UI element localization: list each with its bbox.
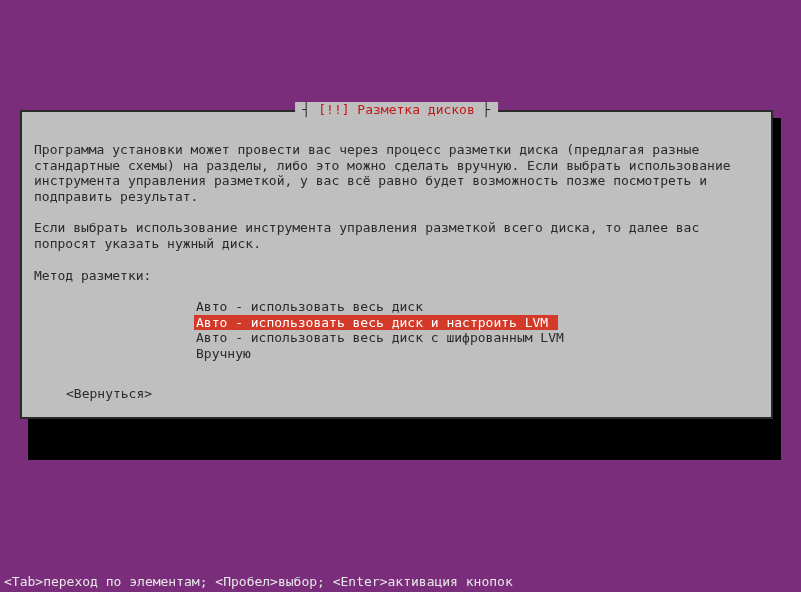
option-use-entire-disk[interactable]: Авто - использовать весь диск xyxy=(194,299,425,315)
intro-paragraph-1: Программа установки может провести вас ч… xyxy=(34,142,759,204)
title-text: Разметка дисков xyxy=(357,102,474,117)
partition-method-menu: Авто - использовать весь диск Авто - исп… xyxy=(194,299,759,361)
intro-paragraph-2: Если выбрать использование инструмента у… xyxy=(34,220,759,251)
option-use-entire-disk-lvm[interactable]: Авто - использовать весь диск и настроит… xyxy=(194,315,558,331)
option-manual[interactable]: Вручную xyxy=(194,346,253,362)
option-use-entire-disk-encrypted-lvm[interactable]: Авто - использовать весь диск с шифрован… xyxy=(194,330,566,346)
help-bar: <Tab>переход по элементам; <Пробел>выбор… xyxy=(0,572,801,592)
title-marker: [!!] xyxy=(318,102,349,117)
method-prompt: Метод разметки: xyxy=(34,268,759,284)
title-border-right: ├ xyxy=(475,102,491,117)
title-border-left: ┤ xyxy=(303,102,319,117)
go-back-button[interactable]: <Вернуться> xyxy=(66,386,152,402)
dialog-title: ┤ [!!] Разметка дисков ├ xyxy=(295,102,499,118)
partition-dialog: ┤ [!!] Разметка дисков ├ Программа устан… xyxy=(20,110,773,419)
